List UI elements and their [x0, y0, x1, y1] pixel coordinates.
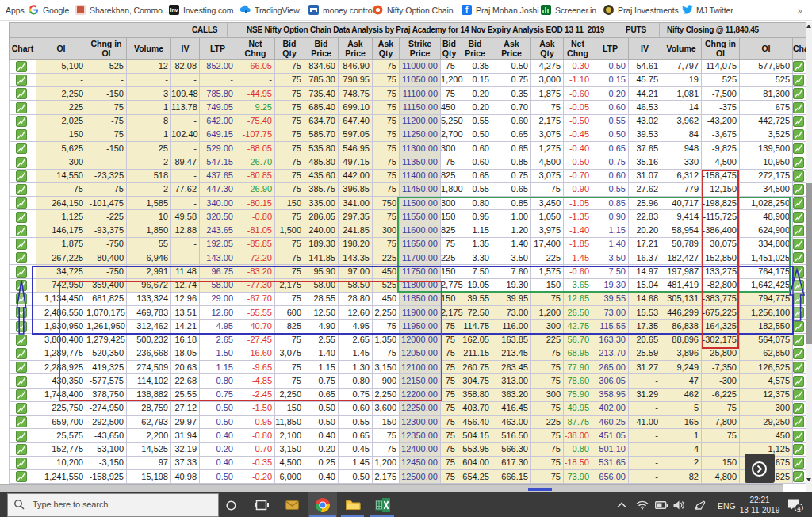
svg-text:4: 4 [797, 505, 801, 512]
